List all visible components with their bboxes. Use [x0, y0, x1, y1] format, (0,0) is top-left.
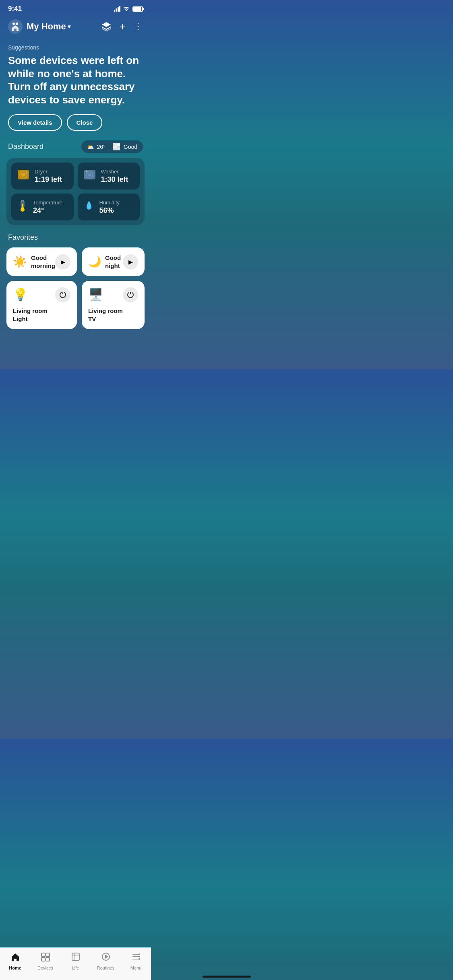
favorites-section: Favorites ☀️ Goodmorning ▶ 🌙 Goodnight ▶…	[0, 233, 151, 369]
battery-icon	[132, 6, 143, 12]
living-room-tv-card[interactable]: 🖥️ Living roomTV	[82, 281, 145, 329]
dryer-icon	[17, 168, 30, 184]
suggestions-text: Some devices were left on while no one's…	[8, 54, 143, 106]
dashboard-grid: Dryer 1:19 left Washer 1:30 left	[11, 163, 140, 220]
sun-icon: ☀️	[13, 255, 27, 268]
tv-card-top: 🖥️	[88, 287, 138, 303]
close-suggestion-button[interactable]: Close	[67, 114, 103, 131]
suggestions-buttons: View details Close	[8, 114, 143, 131]
good-night-label: Goodnight	[105, 254, 121, 270]
good-night-left: 🌙 Goodnight	[88, 254, 121, 270]
home-logo-icon	[8, 19, 23, 34]
good-morning-left: ☀️ Goodmorning	[13, 254, 55, 270]
tv-label: Living roomTV	[88, 307, 138, 323]
status-icons	[114, 6, 143, 12]
humidity-value: 56%	[99, 206, 120, 215]
signal-icon	[114, 6, 121, 12]
svg-point-13	[21, 208, 25, 212]
washer-card[interactable]: Washer 1:30 left	[78, 163, 140, 189]
bulb-icon: 💡	[13, 287, 28, 301]
good-morning-label: Goodmorning	[31, 254, 55, 270]
add-button[interactable]: +	[120, 21, 126, 33]
good-night-card[interactable]: 🌙 Goodnight ▶	[82, 247, 145, 276]
dropdown-arrow-icon: ▾	[68, 23, 70, 30]
svg-point-6	[21, 173, 25, 177]
svg-point-10	[86, 171, 87, 172]
temperature-card[interactable]: Temperature 24°	[11, 194, 74, 220]
aqi-value: Good	[124, 144, 137, 150]
good-morning-card[interactable]: ☀️ Goodmorning ▶	[6, 247, 77, 276]
aqi-icon: 🌫️	[112, 143, 120, 150]
washer-icon	[83, 168, 96, 184]
temperature-label: Temperature	[33, 200, 62, 206]
school-icon-button[interactable]	[101, 21, 112, 32]
weather-icon: ⛅	[87, 144, 94, 150]
header-left: My Home ▾	[8, 19, 101, 34]
favorites-title: Favorites	[6, 233, 145, 242]
dashboard-header: Dashboard ⛅ 26° 🌫️ Good	[6, 140, 145, 153]
header-actions: + ⋮	[101, 21, 143, 33]
svg-point-1	[12, 23, 15, 25]
status-time: 9:41	[8, 5, 22, 13]
dryer-value: 1:19 left	[35, 175, 62, 184]
svg-rect-3	[14, 29, 17, 31]
favorites-grid: ☀️ Goodmorning ▶ 🌙 Goodnight ▶ 💡	[6, 247, 145, 329]
more-options-button[interactable]: ⋮	[134, 21, 143, 32]
weather-temp: 26°	[97, 144, 105, 150]
suggestions-label: Suggestions	[8, 44, 143, 51]
washer-info: Washer 1:30 left	[101, 169, 128, 184]
tv-icon: 🖥️	[88, 287, 103, 301]
humidity-label: Humidity	[99, 200, 120, 206]
temperature-value: 24°	[33, 206, 62, 215]
light-power-button[interactable]	[55, 287, 70, 303]
tv-power-button[interactable]	[123, 287, 138, 303]
dashboard-grid-container: Dryer 1:19 left Washer 1:30 left	[6, 158, 145, 225]
moon-icon: 🌙	[88, 255, 101, 268]
wifi-icon	[123, 6, 130, 12]
humidity-icon	[83, 199, 95, 215]
washer-label: Washer	[101, 169, 128, 175]
good-night-play-button[interactable]: ▶	[123, 254, 138, 270]
dashboard-section: Dashboard ⛅ 26° 🌫️ Good	[0, 140, 151, 233]
washer-value: 1:30 left	[101, 175, 128, 184]
svg-point-9	[88, 173, 91, 177]
living-room-light-card[interactable]: 💡 Living roomLight	[6, 281, 77, 329]
svg-point-2	[16, 23, 18, 25]
header-title[interactable]: My Home ▾	[27, 21, 70, 32]
humidity-card[interactable]: Humidity 56%	[78, 194, 140, 220]
temperature-icon	[17, 199, 28, 215]
dryer-label: Dryer	[35, 169, 62, 175]
status-bar: 9:41	[0, 0, 151, 16]
app-header: My Home ▾ + ⋮	[0, 16, 151, 40]
light-card-top: 💡	[13, 287, 70, 303]
dryer-info: Dryer 1:19 left	[35, 169, 62, 184]
weather-badge: ⛅ 26° 🌫️ Good	[81, 140, 143, 153]
temperature-info: Temperature 24°	[33, 200, 62, 215]
humidity-info: Humidity 56%	[99, 200, 120, 215]
view-details-button[interactable]: View details	[8, 114, 62, 131]
good-morning-play-button[interactable]: ▶	[55, 254, 70, 270]
dashboard-title: Dashboard	[8, 142, 43, 151]
suggestions-section: Suggestions Some devices were left on wh…	[0, 40, 151, 140]
light-label: Living roomLight	[13, 307, 70, 323]
dryer-card[interactable]: Dryer 1:19 left	[11, 163, 74, 189]
